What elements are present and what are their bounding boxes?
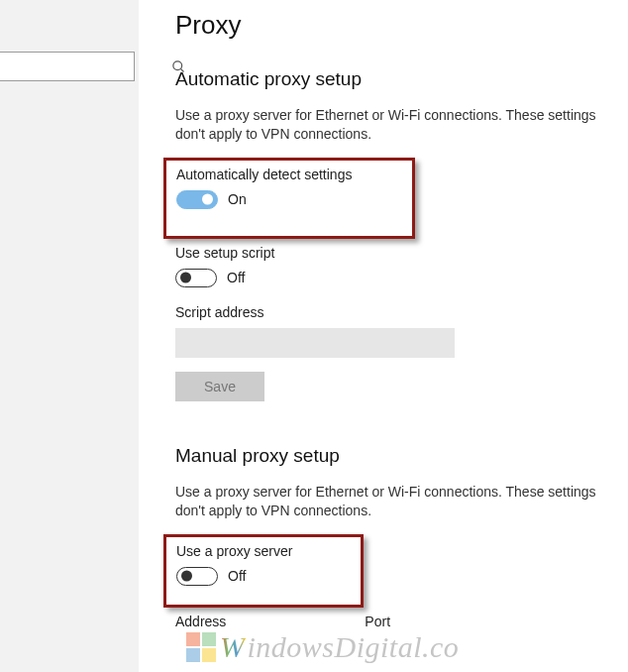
use-proxy-label: Use a proxy server: [176, 543, 351, 559]
script-address-input[interactable]: [175, 328, 455, 358]
proxy-settings-page: Proxy Automatic proxy setup Use a proxy …: [175, 0, 627, 629]
script-address-label: Script address: [175, 304, 627, 320]
search-box[interactable]: [0, 52, 135, 81]
watermark-text: indowsDigital.co: [248, 630, 460, 664]
auto-heading: Automatic proxy setup: [175, 68, 627, 90]
watermark-initial: W: [220, 630, 246, 664]
setup-script-toggle[interactable]: Off: [175, 269, 245, 287]
auto-desc: Use a proxy server for Ethernet or Wi-Fi…: [175, 106, 627, 144]
setup-script-label: Use setup script: [175, 245, 627, 261]
highlight-auto-detect: Automatically detect settings On: [163, 158, 415, 239]
setup-script-state: Off: [227, 270, 245, 285]
highlight-use-proxy: Use a proxy server Off: [163, 534, 364, 608]
auto-detect-toggle[interactable]: On: [176, 190, 247, 209]
sidebar: [0, 0, 139, 672]
manual-desc: Use a proxy server for Ethernet or Wi-Fi…: [175, 483, 627, 520]
port-label: Port: [365, 614, 390, 629]
windows-logo-icon: [186, 632, 216, 662]
page-title: Proxy: [175, 10, 627, 41]
search-input[interactable]: [0, 59, 171, 74]
auto-detect-label: Automatically detect settings: [176, 167, 402, 182]
watermark: WindowsDigital.co: [186, 630, 459, 664]
auto-detect-state: On: [228, 191, 247, 207]
save-button[interactable]: Save: [175, 372, 264, 401]
manual-heading: Manual proxy setup: [175, 445, 627, 467]
address-label: Address: [175, 614, 226, 629]
use-proxy-state: Off: [228, 568, 246, 584]
use-proxy-toggle[interactable]: Off: [176, 567, 246, 586]
